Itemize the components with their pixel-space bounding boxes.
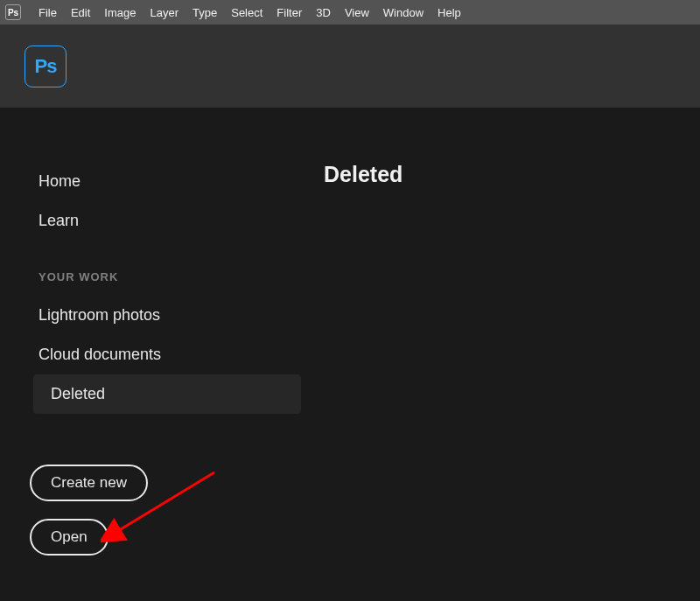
menu-select[interactable]: Select [224,6,270,19]
sidebar: Home Learn YOUR WORK Lightroom photos Cl… [0,108,306,601]
menu-type[interactable]: Type [186,6,224,19]
body: Home Learn YOUR WORK Lightroom photos Cl… [0,108,700,601]
menu-window[interactable]: Window [376,6,430,19]
sidebar-section-your-work: YOUR WORK [0,241,306,296]
menubar: Ps File Edit Image Layer Type Select Fil… [0,0,700,24]
sidebar-item-deleted[interactable]: Deleted [33,374,301,414]
menu-layer[interactable]: Layer [144,6,186,19]
menu-image[interactable]: Image [97,6,143,19]
sidebar-item-home[interactable]: Home [0,162,306,201]
photoshop-logo-text: Ps [35,55,57,78]
menu-file[interactable]: File [32,6,64,19]
menu-3d[interactable]: 3D [309,6,338,19]
open-button[interactable]: Open [30,519,108,556]
menu-help[interactable]: Help [430,6,468,19]
sidebar-item-cloud-documents[interactable]: Cloud documents [0,335,306,374]
ps-app-icon: Ps [5,4,21,20]
menu-view[interactable]: View [338,6,376,19]
sidebar-item-lightroom-photos[interactable]: Lightroom photos [0,296,306,335]
sidebar-item-learn[interactable]: Learn [0,201,306,241]
page-title: Deleted [324,162,682,187]
photoshop-logo-icon: Ps [24,45,66,87]
create-new-button[interactable]: Create new [30,465,148,501]
content: Deleted [306,108,700,601]
ps-app-icon-text: Ps [8,8,18,17]
menu-filter[interactable]: Filter [270,6,309,19]
menu-edit[interactable]: Edit [64,6,97,19]
header: Ps [0,24,700,108]
sidebar-buttons: Create new Open [0,414,306,573]
